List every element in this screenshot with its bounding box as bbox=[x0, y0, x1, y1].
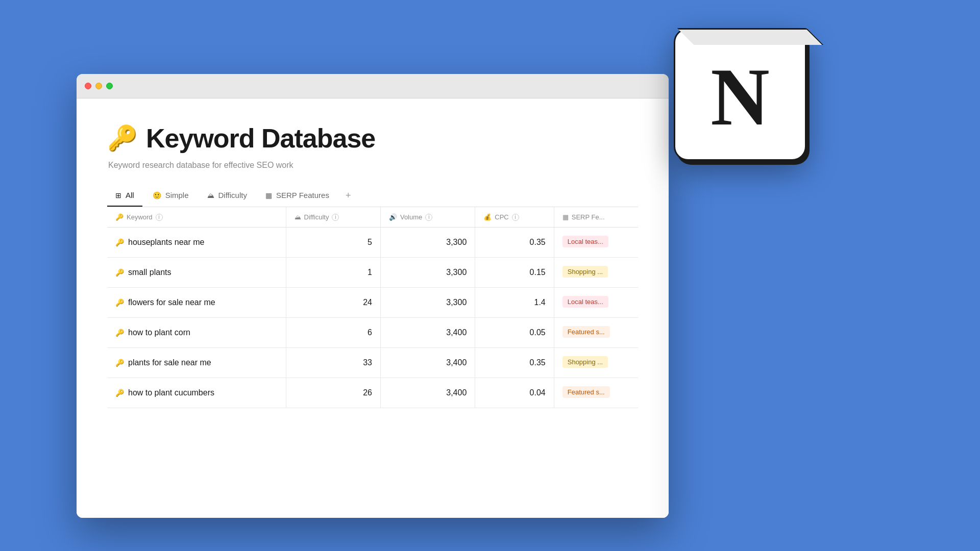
cell-volume-5: 3,400 bbox=[380, 378, 475, 408]
cell-cpc-2: 1.4 bbox=[475, 288, 554, 318]
serp-header-icon: ▦ bbox=[562, 213, 569, 221]
key-cell-icon: 🔑 bbox=[115, 389, 124, 397]
keyword-table: 🔑 Keyword i ⛰ Difficulty i bbox=[107, 207, 638, 408]
cell-cpc-1: 0.15 bbox=[475, 258, 554, 288]
table-row[interactable]: 🔑 flowers for sale near me 24 3,300 1.4 … bbox=[107, 288, 638, 318]
add-view-button[interactable]: + bbox=[339, 186, 357, 207]
key-cell-icon: 🔑 bbox=[115, 329, 124, 337]
cell-difficulty-0: 5 bbox=[286, 228, 380, 258]
cpc-info-icon[interactable]: i bbox=[512, 214, 519, 221]
coin-header-icon: 💰 bbox=[483, 213, 492, 221]
serp-badge: Shopping ... bbox=[562, 356, 608, 368]
table-row[interactable]: 🔑 plants for sale near me 33 3,400 0.35 … bbox=[107, 348, 638, 378]
close-button[interactable] bbox=[85, 83, 91, 89]
cell-difficulty-3: 6 bbox=[286, 318, 380, 348]
cell-keyword-2: 🔑 flowers for sale near me bbox=[107, 288, 286, 318]
cell-cpc-0: 0.35 bbox=[475, 228, 554, 258]
data-table-container: 🔑 Keyword i ⛰ Difficulty i bbox=[107, 207, 638, 408]
table-row[interactable]: 🔑 how to plant cucumbers 26 3,400 0.04 F… bbox=[107, 378, 638, 408]
cell-volume-2: 3,300 bbox=[380, 288, 475, 318]
cell-difficulty-1: 1 bbox=[286, 258, 380, 288]
minimize-button[interactable] bbox=[95, 83, 102, 89]
table-row[interactable]: 🔑 how to plant corn 6 3,400 0.05 Feature… bbox=[107, 318, 638, 348]
cell-volume-1: 3,300 bbox=[380, 258, 475, 288]
cell-serp-4: Shopping ... bbox=[554, 348, 638, 378]
cell-difficulty-5: 26 bbox=[286, 378, 380, 408]
cell-cpc-3: 0.05 bbox=[475, 318, 554, 348]
speaker-header-icon: 🔊 bbox=[389, 213, 397, 221]
app-window: 🔑 Keyword Database Keyword research data… bbox=[77, 74, 669, 518]
cell-volume-4: 3,400 bbox=[380, 348, 475, 378]
serp-badge: Featured s... bbox=[562, 326, 610, 338]
key-cell-icon: 🔑 bbox=[115, 268, 124, 277]
difficulty-info-icon[interactable]: i bbox=[332, 214, 339, 221]
serp-badge: Shopping ... bbox=[562, 266, 608, 278]
page-content: 🔑 Keyword Database Keyword research data… bbox=[77, 98, 669, 518]
cell-serp-2: Local teas... bbox=[554, 288, 638, 318]
mountain-header-icon: ⛰ bbox=[295, 213, 301, 221]
fullscreen-button[interactable] bbox=[106, 83, 113, 89]
tab-simple[interactable]: 🙂 Simple bbox=[144, 187, 197, 207]
page-icon: 🔑 bbox=[107, 124, 138, 153]
col-header-keyword: 🔑 Keyword i bbox=[107, 207, 286, 228]
cell-serp-1: Shopping ... bbox=[554, 258, 638, 288]
cell-keyword-1: 🔑 small plants bbox=[107, 258, 286, 288]
tab-difficulty-label: Difficulty bbox=[218, 191, 247, 199]
cell-cpc-5: 0.04 bbox=[475, 378, 554, 408]
cell-keyword-5: 🔑 how to plant cucumbers bbox=[107, 378, 286, 408]
col-header-cpc: 💰 CPC i bbox=[475, 207, 554, 228]
tab-simple-label: Simple bbox=[165, 191, 189, 199]
keyword-info-icon[interactable]: i bbox=[156, 214, 163, 221]
keyword-text: houseplants near me bbox=[128, 238, 204, 247]
key-cell-icon: 🔑 bbox=[115, 298, 124, 307]
page-title: Keyword Database bbox=[146, 123, 375, 154]
cell-volume-3: 3,400 bbox=[380, 318, 475, 348]
col-header-volume: 🔊 Volume i bbox=[380, 207, 475, 228]
tab-difficulty[interactable]: ⛰ Difficulty bbox=[199, 187, 255, 207]
serp-badge: Featured s... bbox=[562, 386, 610, 398]
grid-icon: ⊞ bbox=[115, 191, 121, 199]
tab-all-label: All bbox=[126, 191, 134, 199]
cell-keyword-0: 🔑 houseplants near me bbox=[107, 228, 286, 258]
serp-badge: Local teas... bbox=[562, 236, 608, 247]
keyword-text: flowers for sale near me bbox=[128, 298, 215, 307]
cell-difficulty-4: 33 bbox=[286, 348, 380, 378]
smile-icon: 🙂 bbox=[153, 191, 161, 199]
background: N 🔑 Keyword Database Keyword research da… bbox=[0, 0, 980, 551]
table-row[interactable]: 🔑 small plants 1 3,300 0.15 Shopping ... bbox=[107, 258, 638, 288]
cell-serp-5: Featured s... bbox=[554, 378, 638, 408]
cell-serp-0: Local teas... bbox=[554, 228, 638, 258]
keyword-text: how to plant cucumbers bbox=[128, 388, 214, 397]
tab-serp-label: SERP Features bbox=[276, 191, 329, 199]
cell-volume-0: 3,300 bbox=[380, 228, 475, 258]
tab-serp[interactable]: ▦ SERP Features bbox=[257, 187, 337, 207]
serp-badge: Local teas... bbox=[562, 296, 608, 308]
key-cell-icon: 🔑 bbox=[115, 359, 124, 367]
table-row[interactable]: 🔑 houseplants near me 5 3,300 0.35 Local… bbox=[107, 228, 638, 258]
keyword-text: small plants bbox=[128, 268, 171, 277]
key-header-icon: 🔑 bbox=[115, 213, 124, 221]
cell-cpc-4: 0.35 bbox=[475, 348, 554, 378]
table-header-row: 🔑 Keyword i ⛰ Difficulty i bbox=[107, 207, 638, 228]
volume-info-icon[interactable]: i bbox=[425, 214, 432, 221]
notion-logo: N bbox=[674, 28, 822, 186]
cell-serp-3: Featured s... bbox=[554, 318, 638, 348]
titlebar bbox=[77, 74, 669, 98]
view-tabs: ⊞ All 🙂 Simple ⛰ Difficulty ▦ SERP Featu… bbox=[107, 186, 638, 207]
page-header: 🔑 Keyword Database bbox=[107, 123, 638, 154]
col-header-serp: ▦ SERP Fe... bbox=[554, 207, 638, 228]
page-subtitle: Keyword research database for effective … bbox=[108, 161, 638, 170]
cell-keyword-3: 🔑 how to plant corn bbox=[107, 318, 286, 348]
keyword-text: plants for sale near me bbox=[128, 358, 211, 367]
cell-difficulty-2: 24 bbox=[286, 288, 380, 318]
mountain-icon: ⛰ bbox=[207, 191, 214, 199]
key-cell-icon: 🔑 bbox=[115, 238, 124, 246]
cell-keyword-4: 🔑 plants for sale near me bbox=[107, 348, 286, 378]
table-icon: ▦ bbox=[265, 191, 272, 199]
col-header-difficulty: ⛰ Difficulty i bbox=[286, 207, 380, 228]
keyword-text: how to plant corn bbox=[128, 328, 190, 337]
notion-n-letter: N bbox=[710, 56, 770, 138]
tab-all[interactable]: ⊞ All bbox=[107, 187, 142, 207]
